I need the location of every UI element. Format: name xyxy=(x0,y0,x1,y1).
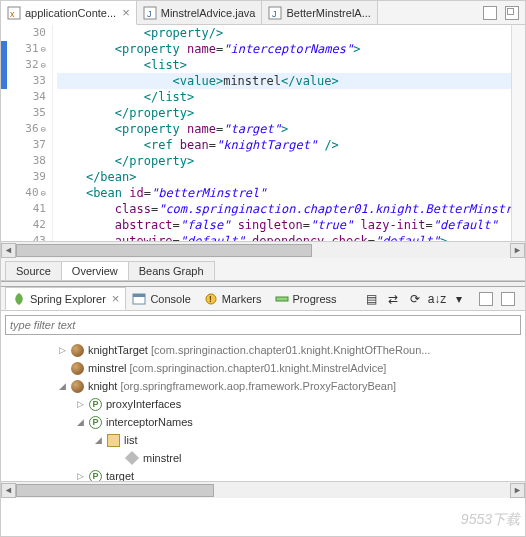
sort-icon[interactable]: a↓z xyxy=(429,291,445,307)
line-number[interactable]: 41 xyxy=(7,201,46,217)
node-label: proxyInterfaces xyxy=(106,398,181,410)
expander-icon[interactable]: ◢ xyxy=(57,381,67,391)
node-label: target xyxy=(106,470,134,481)
editor-tab[interactable]: JBetterMinstrelA... xyxy=(262,1,377,24)
scroll-right-arrow[interactable]: ► xyxy=(510,243,525,258)
code-line[interactable]: </bean> xyxy=(57,169,511,185)
code-editor[interactable]: 3031⊖32⊖33343536⊖37383940⊖414243 <proper… xyxy=(1,25,525,241)
view-tab-markers[interactable]: !Markers xyxy=(198,287,269,310)
line-number[interactable]: 30 xyxy=(7,25,46,41)
line-number[interactable]: 33 xyxy=(7,73,46,89)
xml-file-icon: x xyxy=(7,6,21,20)
minimize-button[interactable] xyxy=(483,6,497,20)
close-icon[interactable]: × xyxy=(112,291,120,306)
view-tab-label: Spring Explorer xyxy=(30,293,106,305)
expander-icon[interactable]: ▷ xyxy=(57,345,67,355)
refresh-icon[interactable]: ⟳ xyxy=(407,291,423,307)
expander-icon[interactable]: ◢ xyxy=(75,417,85,427)
bean-icon xyxy=(71,362,84,375)
tree-node[interactable]: minstrel [com.springinaction.chapter01.k… xyxy=(9,359,525,377)
scroll-left-arrow[interactable]: ◄ xyxy=(1,483,16,498)
code-lines[interactable]: <property/> <property name="interceptorN… xyxy=(53,25,511,241)
code-line[interactable]: <list> xyxy=(57,57,511,73)
line-number[interactable]: 32⊖ xyxy=(7,57,46,73)
code-line[interactable]: <property name="target"> xyxy=(57,121,511,137)
tree-node[interactable]: ◢list xyxy=(9,431,525,449)
line-number[interactable]: 36⊖ xyxy=(7,121,46,137)
overview-ruler[interactable] xyxy=(511,25,525,241)
node-label: minstrel xyxy=(143,452,182,464)
tree-node[interactable]: ◢knight [org.springframework.aop.framewo… xyxy=(9,377,525,395)
scroll-right-arrow[interactable]: ► xyxy=(510,483,525,498)
java-file-icon: J xyxy=(143,6,157,20)
line-number[interactable]: 34 xyxy=(7,89,46,105)
property-icon: P xyxy=(89,398,102,411)
code-line[interactable]: </property> xyxy=(57,105,511,121)
line-number[interactable]: 39 xyxy=(7,169,46,185)
view-toolbar: ▤⇄⟳a↓z▾ xyxy=(357,291,473,307)
bean-icon xyxy=(71,344,84,357)
view-tab-label: Console xyxy=(150,293,190,305)
line-number[interactable]: 35 xyxy=(7,105,46,121)
tree-node[interactable]: ◢PinterceptorNames xyxy=(9,413,525,431)
watermark: 9553下载 xyxy=(461,511,520,529)
link-icon[interactable]: ⇄ xyxy=(385,291,401,307)
tree-node[interactable]: ▷knightTarget [com.springinaction.chapte… xyxy=(9,341,525,359)
node-label: knight [org.springframework.aop.framewor… xyxy=(88,380,396,392)
sub-tab-overview[interactable]: Overview xyxy=(61,261,129,280)
maximize-button[interactable] xyxy=(505,6,519,20)
filter-row xyxy=(1,311,525,339)
svg-rect-10 xyxy=(276,297,288,301)
close-icon[interactable]: × xyxy=(122,5,130,20)
code-line[interactable]: class="com.springinaction.chapter01.knig… xyxy=(57,201,511,217)
editor-tab[interactable]: xapplicationConte...× xyxy=(1,1,137,25)
code-line[interactable]: <property name="interceptorNames"> xyxy=(57,41,511,57)
scroll-left-arrow[interactable]: ◄ xyxy=(1,243,16,258)
editor-tab[interactable]: JMinstrelAdvice.java xyxy=(137,1,263,24)
view-hscroll[interactable]: ◄ ► xyxy=(1,481,525,498)
tree-node[interactable]: ▷PproxyInterfaces xyxy=(9,395,525,413)
views-panel: Spring Explorer×Console!MarkersProgress … xyxy=(1,287,525,498)
view-tab-progress[interactable]: Progress xyxy=(269,287,344,310)
view-tab-console[interactable]: Console xyxy=(126,287,197,310)
markers-icon: ! xyxy=(204,292,218,306)
view-tab-label: Progress xyxy=(293,293,337,305)
line-number[interactable]: 38 xyxy=(7,153,46,169)
expander-icon[interactable]: ▷ xyxy=(75,399,85,409)
code-line[interactable]: <value>minstrel</value> xyxy=(57,73,511,89)
tree-node[interactable]: minstrel xyxy=(9,449,525,467)
svg-text:J: J xyxy=(147,9,152,19)
view-tab-spring-explorer[interactable]: Spring Explorer× xyxy=(5,287,126,310)
view-minimize-button[interactable] xyxy=(479,292,493,306)
line-number[interactable]: 37 xyxy=(7,137,46,153)
window-controls xyxy=(477,1,525,24)
property-icon: P xyxy=(89,416,102,429)
menu-icon[interactable]: ▾ xyxy=(451,291,467,307)
spring-explorer-tree[interactable]: ▷knightTarget [com.springinaction.chapte… xyxy=(1,339,525,481)
code-line[interactable]: </property> xyxy=(57,153,511,169)
editor-hscroll[interactable]: ◄ ► xyxy=(1,241,525,258)
sub-tab-source[interactable]: Source xyxy=(5,261,62,280)
line-number[interactable]: 43 xyxy=(7,233,46,241)
expander-icon[interactable]: ▷ xyxy=(75,471,85,481)
progress-icon xyxy=(275,292,289,306)
svg-text:J: J xyxy=(272,9,277,19)
line-number[interactable]: 40⊖ xyxy=(7,185,46,201)
tree-node[interactable]: ▷Ptarget xyxy=(9,467,525,481)
svg-text:x: x xyxy=(10,9,15,19)
tab-label: applicationConte... xyxy=(25,7,116,19)
bean-icon xyxy=(71,380,84,393)
code-line[interactable]: <bean id="betterMinstrel" xyxy=(57,185,511,201)
code-line[interactable]: abstract="false" singleton="true" lazy-i… xyxy=(57,217,511,233)
line-number[interactable]: 42 xyxy=(7,217,46,233)
filter-input[interactable] xyxy=(5,315,521,335)
code-line[interactable]: </list> xyxy=(57,89,511,105)
code-line[interactable]: <ref bean="knightTarget" /> xyxy=(57,137,511,153)
filter-icon[interactable]: ▤ xyxy=(363,291,379,307)
sub-tab-beans-graph[interactable]: Beans Graph xyxy=(128,261,215,280)
line-number[interactable]: 31⊖ xyxy=(7,41,46,57)
code-line[interactable]: autowire="default" dependency-check="def… xyxy=(57,233,511,241)
view-maximize-button[interactable] xyxy=(501,292,515,306)
code-line[interactable]: <property/> xyxy=(57,25,511,41)
expander-icon[interactable]: ◢ xyxy=(93,435,103,445)
